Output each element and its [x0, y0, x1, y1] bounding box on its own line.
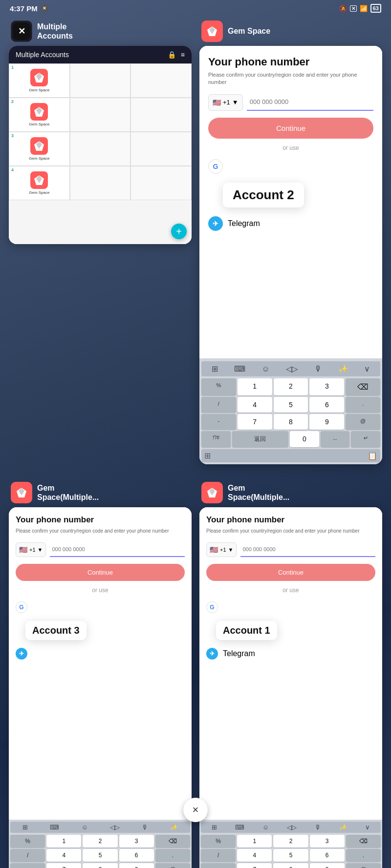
kb-emoji-icon[interactable]: ☺ [261, 365, 269, 373]
kb-5-r[interactable]: 5 [273, 849, 308, 862]
kb-kb-icon-l[interactable]: ⌨ [50, 824, 59, 831]
ma-cell-1[interactable]: 1 Gem Space [9, 63, 70, 98]
google-button-right[interactable]: G [206, 599, 375, 616]
kb-4[interactable]: 4 [238, 397, 272, 413]
kb-del-r[interactable]: ⌫ [346, 835, 381, 847]
country-select-left[interactable]: 🇺🇸 +1 ▼ [16, 542, 46, 557]
kb-sparkle-icon-l[interactable]: ✨ [170, 824, 178, 831]
kb-5-l[interactable]: 5 [83, 849, 117, 862]
continue-button-left[interactable]: Continue [16, 564, 185, 581]
kb-mic-icon-r[interactable]: 🎙 [315, 824, 321, 831]
kb-7-r[interactable]: 7 [237, 863, 272, 868]
kb-9[interactable]: 9 [309, 414, 344, 430]
kb-3-l[interactable]: 3 [119, 835, 154, 847]
kb-3-r[interactable]: 3 [310, 835, 345, 847]
country-select[interactable]: 🇺🇸 +1 ▼ [208, 94, 243, 111]
lock-icon[interactable]: 🔒 [168, 51, 176, 59]
kb-slash-l[interactable]: / [10, 849, 45, 862]
country-code-right: +1 [220, 547, 226, 553]
kb-footer-clipboard-icon[interactable]: 📋 [368, 451, 377, 460]
ma-cell-3[interactable]: 3 Gem Space [9, 132, 70, 166]
kb-6-r[interactable]: 6 [310, 849, 345, 862]
kb-8-r[interactable]: 8 [273, 863, 308, 868]
gem-multiple-left-icon[interactable] [11, 482, 32, 503]
kb-6[interactable]: 6 [309, 397, 344, 413]
ma-cell-4[interactable]: 4 Gem Space [9, 166, 70, 200]
multiple-accounts-icon[interactable]: ✕ [11, 21, 32, 42]
telegram-button-right[interactable]: ✈ Telegram [206, 645, 375, 662]
kb-emoji-icon-l[interactable]: ☺ [81, 824, 87, 831]
kb-at-l[interactable]: @ [155, 863, 190, 868]
kb-5[interactable]: 5 [274, 397, 308, 413]
kb-grid-icon-l[interactable]: ⊞ [22, 824, 28, 831]
continue-button-right[interactable]: Continue [206, 564, 375, 581]
kb-footer-grid-icon[interactable]: ⊞ [204, 451, 211, 460]
ma-fab-button[interactable]: + [171, 224, 187, 239]
kb-0[interactable]: 0 [290, 431, 319, 447]
kb-chevron-icon-r[interactable]: ∨ [365, 824, 370, 831]
kb-keyboard-icon[interactable]: ⌨ [234, 364, 245, 373]
kb-2-l[interactable]: 2 [83, 835, 117, 847]
kb-1-r[interactable]: 1 [237, 835, 272, 847]
kb-kb-icon-r[interactable]: ⌨ [235, 824, 244, 831]
country-select-right[interactable]: 🇺🇸 +1 ▼ [206, 542, 237, 557]
telegram-button[interactable]: ✈ Telegram [208, 213, 373, 234]
kb-9-l[interactable]: 9 [119, 863, 154, 868]
kb-2-r[interactable]: 2 [273, 835, 308, 847]
kb-mic-icon-l[interactable]: 🎙 [142, 824, 148, 831]
kb-4-l[interactable]: 4 [46, 849, 81, 862]
kb-at[interactable]: @ [346, 414, 380, 430]
google-button-left[interactable]: G [16, 599, 185, 616]
kb-percent-r[interactable]: % [201, 835, 236, 847]
kb-7[interactable]: 7 [238, 414, 272, 430]
kb-minus[interactable]: - [201, 414, 236, 430]
kb-dot-l[interactable]: . [155, 849, 190, 862]
kb-symbols[interactable]: !?# [201, 431, 231, 447]
phone-number-input-left[interactable] [50, 542, 185, 557]
kb-9-r[interactable]: 9 [310, 863, 345, 868]
kb-2[interactable]: 2 [274, 378, 308, 395]
kb-mic-icon[interactable]: 🎙 [314, 365, 322, 373]
kb-minus-r[interactable]: - [201, 863, 236, 868]
menu-icon[interactable]: ≡ [181, 51, 185, 59]
kb-del-l[interactable]: ⌫ [155, 835, 190, 847]
kb-slash[interactable]: / [201, 397, 236, 413]
kb-percent[interactable]: % [201, 378, 236, 395]
kb-slash-r[interactable]: / [201, 849, 236, 862]
continue-button[interactable]: Continue [208, 118, 373, 139]
kb-delete[interactable]: ⌫ [346, 378, 380, 395]
kb-7-l[interactable]: 7 [46, 863, 81, 868]
kb-grid-icon-r[interactable]: ⊞ [212, 824, 217, 831]
close-button[interactable]: × [183, 798, 208, 822]
kb-percent-l[interactable]: % [10, 835, 45, 847]
kb-cursor-icon-l[interactable]: ◁▷ [110, 824, 120, 831]
google-button[interactable]: G [208, 156, 373, 177]
kb-sparkle-icon-r[interactable]: ✨ [339, 824, 347, 831]
phone-number-input-right[interactable] [240, 542, 375, 557]
kb-6-l[interactable]: 6 [119, 849, 154, 862]
kb-chevron-icon[interactable]: ∨ [364, 364, 370, 373]
kb-return-cn[interactable]: 返回 [232, 431, 288, 447]
kb-at-r[interactable]: @ [346, 863, 381, 868]
kb-sparkle-icon[interactable]: ✨ [338, 364, 348, 373]
ma-cell-2[interactable]: 2 Gem Space [9, 98, 70, 132]
kb-space[interactable]: ⎵ [321, 431, 350, 447]
kb-4-r[interactable]: 4 [237, 849, 272, 862]
kb-dot[interactable]: . [346, 397, 380, 413]
telegram-button-left[interactable]: ✈ [16, 645, 185, 662]
kb-1[interactable]: 1 [238, 378, 272, 395]
kb-enter[interactable]: ↵ [351, 431, 380, 447]
gem-space-icon[interactable] [201, 21, 223, 42]
kb-1-l[interactable]: 1 [46, 835, 81, 847]
gem-multiple-right-icon[interactable] [201, 482, 223, 503]
kb-cursor-icon[interactable]: ◁▷ [286, 364, 298, 373]
kb-emoji-icon-r[interactable]: ☺ [262, 824, 269, 831]
kb-grid-icon[interactable]: ⊞ [212, 364, 218, 373]
kb-8-l[interactable]: 8 [83, 863, 117, 868]
phone-number-input[interactable] [247, 94, 373, 111]
kb-3[interactable]: 3 [309, 378, 344, 395]
kb-8[interactable]: 8 [274, 414, 308, 430]
kb-dot-r[interactable]: . [346, 849, 381, 862]
kb-minus-l[interactable]: - [10, 863, 45, 868]
kb-cursor-icon-r[interactable]: ◁▷ [287, 824, 297, 831]
